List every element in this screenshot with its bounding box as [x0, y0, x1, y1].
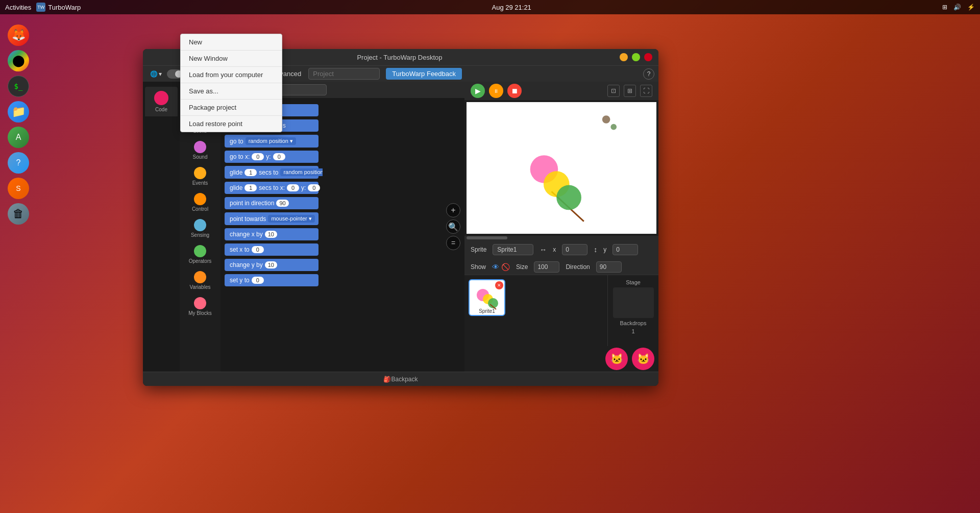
add-buttons-row: 🐱 🐱	[464, 346, 658, 372]
sensing-category[interactable]: Sensing	[182, 216, 218, 241]
maximize-button[interactable]: □	[632, 53, 640, 61]
change-y-value[interactable]: 10	[265, 261, 277, 268]
zoom-out-button[interactable]: 🔍	[446, 219, 460, 234]
set-y-value[interactable]: 0	[252, 277, 264, 284]
goto-text: go to	[230, 138, 243, 145]
pause-button[interactable]: ⏸	[489, 84, 503, 98]
events-category[interactable]: Events	[182, 164, 218, 189]
stage-thumbnail[interactable]	[613, 287, 654, 318]
show-label: Show	[471, 263, 486, 271]
minimize-button[interactable]: –	[620, 53, 628, 61]
green-flag-button[interactable]: ▶	[471, 84, 485, 98]
chrome-icon: ⬤	[8, 50, 29, 71]
direction-input[interactable]	[596, 261, 622, 273]
glide-secs-value[interactable]: 1	[244, 169, 257, 176]
point-direction-block[interactable]: point in direction 90	[225, 197, 318, 209]
stop-button[interactable]: ⏹	[507, 84, 522, 98]
sound-label: Sound	[193, 154, 208, 160]
fullscreen-button[interactable]: ⛶	[640, 85, 652, 97]
operators-dot	[194, 245, 206, 257]
sound-category[interactable]: Sound	[182, 138, 218, 163]
help-icon-item[interactable]: ?	[2, 152, 35, 174]
glide-xy-block[interactable]: glide 1 secs to x: 0 y: 0	[225, 182, 318, 194]
menu-item-restore[interactable]: Load restore point	[181, 116, 282, 132]
window-controls: – □ ×	[620, 53, 652, 61]
glide-random-block[interactable]: glide 1 secs to random position	[225, 166, 318, 179]
large-stage-button[interactable]: ⊞	[624, 85, 636, 97]
set-x-text: set x to	[230, 246, 250, 253]
myblocks-category[interactable]: My Blocks	[182, 294, 218, 319]
goto-xy-block[interactable]: go to x: 0 y: 0	[225, 151, 318, 163]
point-towards-dropdown[interactable]: mouse-pointer	[268, 215, 314, 223]
sprite-delete-button[interactable]: ✕	[495, 281, 503, 289]
sprite-name-input[interactable]	[493, 244, 533, 255]
firefox-icon: 🦊	[8, 25, 29, 46]
show-hidden-button[interactable]: 🚫	[501, 263, 510, 271]
small-stage-button[interactable]: ⊡	[607, 85, 620, 97]
point-towards-block[interactable]: point towards mouse-pointer	[225, 212, 318, 225]
goto-random-block[interactable]: go to random position	[225, 135, 318, 148]
zoom-in-button[interactable]: +	[446, 203, 460, 217]
stage-scroll-thumb[interactable]	[467, 236, 507, 239]
glide-xy-secs[interactable]: 1	[244, 184, 257, 191]
files-icon: 📁	[8, 101, 29, 123]
goto-x-value[interactable]: 0	[252, 153, 264, 160]
control-category[interactable]: Control	[182, 190, 218, 215]
trash-icon-item[interactable]: 🗑	[2, 203, 35, 225]
sprite-info-bar: Sprite ↔ x ↕ y	[464, 240, 658, 259]
variables-category[interactable]: Variables	[182, 268, 218, 293]
activities-button[interactable]: Activities	[5, 4, 31, 11]
show-visible-button[interactable]: 👁	[492, 263, 499, 271]
add-sprite-button[interactable]: 🐱	[605, 348, 628, 370]
project-name-input[interactable]	[308, 68, 380, 80]
operators-category[interactable]: Operators	[182, 242, 218, 267]
add-backdrop-button[interactable]: 🐱	[632, 348, 654, 370]
close-button[interactable]: ×	[644, 53, 652, 61]
menu-item-new[interactable]: New	[181, 34, 282, 51]
goto-xy-text: go to x:	[230, 153, 250, 160]
code-tab[interactable]: Code	[145, 87, 178, 116]
zoom-reset-button[interactable]: =	[446, 236, 460, 250]
stage-scrollbar[interactable]	[464, 236, 658, 240]
size-input[interactable]	[534, 261, 559, 273]
backpack-icon: 🎒	[383, 376, 391, 383]
show-buttons: 👁 🚫	[492, 263, 510, 271]
feedback-button[interactable]: TurboWarp Feedback	[386, 68, 462, 80]
taskbar-app[interactable]: TW TurboWarp	[36, 3, 81, 12]
goto-y-value[interactable]: 0	[273, 153, 285, 160]
direction-label: Direction	[566, 263, 590, 271]
sprite-thumbnail[interactable]: ✕ Sprite1	[469, 279, 505, 316]
sprite-list: ✕ Sprite1	[464, 275, 607, 346]
scratch-icon-item[interactable]: S	[2, 178, 35, 199]
change-x-block[interactable]: change x by 10	[225, 228, 318, 240]
set-x-block[interactable]: set x to 0	[225, 243, 318, 256]
sprite-y-input[interactable]	[612, 244, 638, 255]
change-y-block[interactable]: change y by 10	[225, 259, 318, 271]
appstore-icon: A	[8, 127, 29, 148]
firefox-icon-item[interactable]: 🦊	[2, 25, 35, 46]
set-y-block[interactable]: set y to 0	[225, 274, 318, 286]
sprite-x-input[interactable]	[562, 244, 587, 255]
glide-dropdown[interactable]: random position	[280, 168, 323, 176]
menu-item-save-as[interactable]: Save as...	[181, 83, 282, 100]
menu-item-package[interactable]: Package project	[181, 100, 282, 116]
change-x-value[interactable]: 10	[265, 231, 277, 238]
goto-dropdown[interactable]: random position	[246, 137, 296, 145]
control-label: Control	[192, 206, 208, 212]
glide-xy-x[interactable]: 0	[287, 184, 299, 191]
chrome-icon-item[interactable]: ⬤	[2, 50, 35, 71]
set-x-value[interactable]: 0	[252, 246, 264, 253]
backpack-bar[interactable]: 🎒 Backpack	[143, 372, 658, 386]
glide-xy-y[interactable]: 0	[308, 184, 320, 191]
language-selector[interactable]: 🌐 ▾	[147, 69, 165, 79]
menu-item-new-window[interactable]: New Window	[181, 51, 282, 67]
menu-item-load-computer[interactable]: Load from your computer	[181, 67, 282, 83]
desktop-icon-dock: 🦊 ⬤ $_ 📁 A ? S 🗑	[0, 20, 37, 229]
files-icon-item[interactable]: 📁	[2, 101, 35, 123]
appstore-icon-item[interactable]: A	[2, 127, 35, 148]
sensing-label: Sensing	[191, 232, 209, 238]
terminal-icon-item[interactable]: $_	[2, 76, 35, 97]
help-button[interactable]: ?	[643, 68, 654, 80]
globe-arrow: ▾	[159, 70, 162, 78]
point-dir-value[interactable]: 90	[276, 200, 288, 207]
